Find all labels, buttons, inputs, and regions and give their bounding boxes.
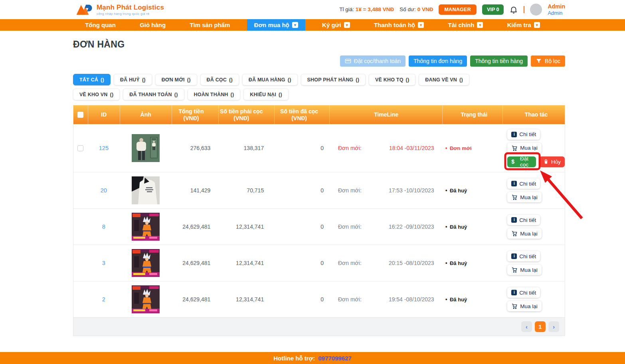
filter-label: ĐÃ THANH TOÁN	[129, 92, 172, 97]
order-id-link[interactable]: 8	[102, 224, 105, 230]
nav-item-label: Giỏ hàng	[140, 22, 166, 28]
thong-tin-tien-hang-button[interactable]: Thông tin tiền hàng	[470, 55, 528, 67]
button-label: Mua lại	[520, 145, 538, 151]
nav-item-label: Tổng quan	[85, 22, 116, 28]
detail-button[interactable]: iChi tiết	[507, 251, 540, 261]
nav-item--on-mua-ho[interactable]: Đơn mua hộ▾	[247, 19, 305, 31]
column-header-trang-thai: Trạng thái	[442, 105, 503, 124]
rebuy-button[interactable]: Mua lại	[507, 265, 542, 275]
filter-tab-ve-kho-vn[interactable]: VỀ KHO VN()	[73, 89, 120, 100]
status-badge: Đã huỷ	[450, 224, 467, 230]
filter-tab--a-mua-hang[interactable]: ĐÃ MUA HÀNG()	[242, 74, 298, 85]
exchange-rate: Tỉ giá: 1¥ = 3,488 VNĐ	[339, 6, 394, 12]
nav-item-thanh-toan-ho[interactable]: Thanh toán hộ▾	[367, 19, 431, 31]
product-thumbnail[interactable]	[132, 249, 160, 277]
logo-tagline: cổng nhập hàng trung quốc giá rẻ	[97, 12, 164, 16]
vip-badge-button[interactable]: VIP 0	[482, 4, 504, 15]
pagination: ‹ 1 ›	[73, 317, 565, 336]
nav-item-gio-hang[interactable]: Giỏ hàng	[133, 19, 173, 31]
user-name: Admin	[548, 3, 565, 10]
chevron-down-icon: ▾	[344, 22, 350, 28]
filter-tab-khieu-nai[interactable]: KHIẾU NẠI()	[243, 89, 288, 100]
table-header-row: IDẢnhTổng tiền(VNĐ)Số tiền phải cọc(VNĐ)…	[73, 105, 565, 124]
timeline-time: 16:22 -09/10/2023	[389, 224, 434, 230]
thong-tin-on-hang-button[interactable]: Thông tin đơn hàng	[409, 55, 467, 67]
button-label: Chi tiết	[519, 131, 536, 137]
nav-item-ky-gui[interactable]: Ký gửi▾	[315, 19, 357, 31]
product-thumbnail[interactable]	[132, 285, 160, 313]
detail-button[interactable]: iChi tiết	[507, 178, 540, 189]
filter-tab--a-thanh-toan[interactable]: ĐÃ THANH TOÁN()	[123, 89, 184, 100]
rebuy-button[interactable]: Mua lại	[507, 301, 542, 311]
filter-count: ()	[110, 92, 114, 97]
hotline-label: Hotline hỗ trợ:	[273, 355, 315, 362]
nav-item-tong-quan[interactable]: Tổng quan	[78, 19, 123, 31]
filter-icon	[536, 58, 542, 64]
bo-loc-button[interactable]: Bộ lọc	[531, 55, 565, 67]
chevron-down-icon: ▾	[477, 22, 483, 28]
info-icon: i	[511, 253, 517, 259]
button-label: Chi tiết	[519, 253, 536, 259]
detail-button[interactable]: iChi tiết	[507, 215, 540, 225]
nav-item-tim-san-pham[interactable]: Tìm sản phẩm	[182, 19, 237, 31]
manager-button[interactable]: MANAGER	[439, 4, 477, 15]
timeline-cell: Đơn mới:18:04 -03/11/2023	[329, 145, 442, 151]
order-id-link[interactable]: 125	[99, 145, 109, 151]
filter-tab-shop-phat-hang[interactable]: SHOP PHÁT HÀNG()	[301, 74, 366, 85]
orders-table: IDẢnhTổng tiền(VNĐ)Số tiền phải cọc(VNĐ)…	[73, 105, 565, 336]
filter-count: ()	[231, 92, 234, 97]
filter-tab--ang-ve-vn[interactable]: ĐANG VỀ VN()	[419, 74, 469, 85]
-at-coc-thanh-toan-button[interactable]: Đặt cọc/thanh toán	[340, 55, 406, 67]
pagination-next-button[interactable]: ›	[548, 321, 559, 332]
info-icon: i	[511, 290, 517, 295]
nav-item-tai-chinh[interactable]: Tài chính▾	[441, 19, 491, 31]
filter-tab--on-moi[interactable]: ĐƠN MỚI()	[155, 74, 197, 85]
nav-item-kiem-tra[interactable]: Kiểm tra▾	[500, 19, 547, 31]
total-amount: 24,629,481	[172, 224, 219, 230]
detail-button[interactable]: iChi tiết	[507, 129, 540, 140]
rebuy-button[interactable]: Mua lại	[507, 228, 542, 239]
column-header-so-tien-a-coc: Số tiền đã cọc(VNĐ)	[274, 105, 329, 124]
notification-bell-icon[interactable]	[509, 5, 518, 14]
order-id-link[interactable]: 2	[102, 296, 105, 303]
product-thumbnail[interactable]	[132, 213, 160, 241]
button-label: Hủy	[551, 159, 561, 165]
product-thumbnail[interactable]	[132, 176, 160, 204]
order-id-link[interactable]: 20	[101, 187, 107, 194]
timeline-cell: Đơn mới:20:15 -08/10/2023	[329, 260, 442, 266]
order-id-link[interactable]: 3	[102, 260, 105, 266]
avatar[interactable]	[530, 4, 542, 16]
column-header-checkbox	[73, 105, 88, 124]
filter-count: ()	[288, 77, 291, 83]
row-checkbox[interactable]	[77, 145, 83, 151]
select-all-checkbox[interactable]	[77, 112, 83, 118]
logo[interactable]: Mạnh Phát Logistics cổng nhập hàng trung…	[76, 3, 164, 16]
product-thumbnail[interactable]	[132, 134, 160, 162]
button-label: Thông tin đơn hàng	[413, 58, 462, 64]
pagination-prev-button[interactable]: ‹	[521, 321, 532, 332]
filter-label: ĐÃ HUỶ	[120, 77, 140, 83]
filter-tab-ve-kho-tq[interactable]: VỀ KHO TQ()	[369, 74, 415, 85]
button-label: Chi tiết	[519, 290, 536, 296]
timeline-time: 17:53 -10/10/2023	[389, 187, 434, 194]
filter-tab-hoan-thanh[interactable]: HOÀN THÀNH()	[188, 89, 241, 100]
user-role: Admin	[548, 10, 565, 16]
filter-tab--a-coc[interactable]: ĐÃ CỌC()	[200, 74, 239, 85]
filter-tab--a-huy[interactable]: ĐÃ HUỶ()	[114, 74, 152, 85]
timeline-cell: Đơn mới:16:22 -09/10/2023	[329, 224, 442, 230]
deposit-button[interactable]: $Đặt cọc	[507, 156, 536, 167]
hotline-number[interactable]: 0977099627	[318, 355, 351, 362]
filter-tab-tat-ca[interactable]: TẤT CẢ()	[73, 74, 111, 85]
rebuy-button[interactable]: Mua lại	[507, 192, 542, 202]
actions-cell: iChi tiếtMua lại	[502, 251, 565, 275]
rebuy-button[interactable]: Mua lại	[507, 143, 542, 153]
deposit-required-amount: 12,314,741	[218, 296, 274, 303]
cancel-button[interactable]: Hủy	[539, 156, 565, 167]
filter-count: ()	[229, 77, 233, 83]
filter-count: ()	[279, 92, 282, 97]
actions-cell: iChi tiếtMua lại	[502, 287, 565, 311]
nav-item-label: Tìm sản phẩm	[190, 22, 230, 28]
pagination-current-page[interactable]: 1	[535, 321, 546, 332]
detail-button[interactable]: iChi tiết	[507, 287, 540, 298]
user-menu[interactable]: Admin Admin	[548, 3, 565, 16]
